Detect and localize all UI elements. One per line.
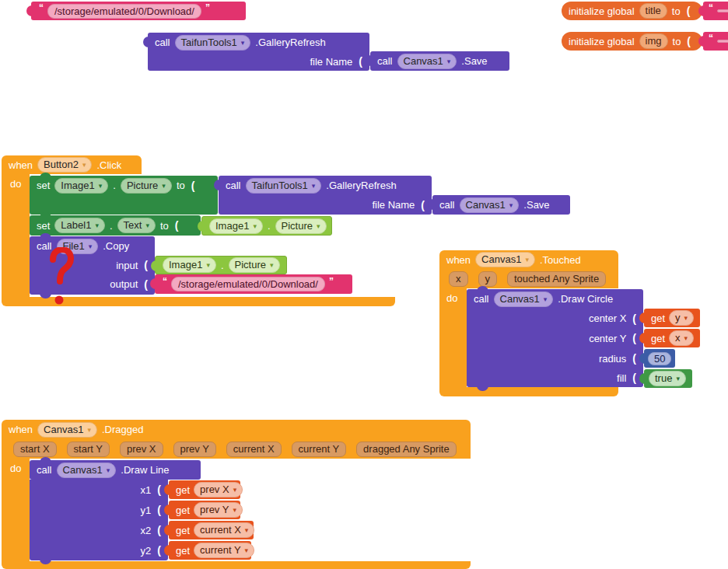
open-quote: “ [709,33,713,44]
socket: ( [157,483,161,496]
arg-label-centery: center Y [589,333,626,344]
variable-dropdown-current-x[interactable]: current X [194,522,254,538]
event-bottom-bar[interactable] [2,561,471,569]
arg-label-fill: fill [617,372,626,384]
call-taifuntools1-galleryrefresh-block[interactable]: call TaifunTools1 .GalleryRefresh file N… [148,33,369,71]
arg-label-filename: file Name [310,56,352,68]
arg-label-input: input [116,260,138,271]
to-keyword: to [160,220,169,232]
initialize-global-img-block[interactable]: initialize global img to ( [562,32,702,51]
event-header-canvas1-touched[interactable]: when Canvas1 .Touched [439,250,618,269]
event-name: .Click [96,159,121,171]
param-touched-any-sprite[interactable]: touched Any Sprite [507,271,606,287]
component-dropdown-image1[interactable]: Image1 [163,257,216,273]
get-current-x-block[interactable]: get current X [169,521,254,539]
blocks-editor-canvas: “ /storage/emulated/0/Download/ ” call T… [0,0,728,569]
text-value-field[interactable]: /storage/emulated/0/Download/ [47,4,201,19]
initialize-global-title-block[interactable]: initialize global title to ( [562,2,702,20]
variable-dropdown-x[interactable]: x [669,330,694,346]
global-name-title[interactable]: title [639,3,667,19]
text-block-download-path[interactable]: “ /storage/emulated/0/Download/ ” [31,2,246,20]
property-dropdown-text[interactable]: Text [117,218,156,233]
param-current-x[interactable]: current X [226,442,282,457]
event-do-column[interactable]: do [2,459,30,561]
param-x[interactable]: x [449,271,468,287]
component-dropdown-canvas1[interactable]: Canvas1 [460,197,520,213]
call-canvas1-save-block[interactable]: call Canvas1 .Save [370,51,509,71]
text-value-field[interactable]: /storage/emulated/0/Download/ [171,277,325,291]
param-current-y[interactable]: current Y [292,442,347,457]
do-keyword: do [2,459,30,474]
component-dropdown-canvas1[interactable]: Canvas1 [57,463,117,478]
param-prev-y[interactable]: prev Y [173,442,216,457]
param-start-x[interactable]: start X [13,442,57,457]
image1-picture-getter-block[interactable]: Image1 . Picture [155,256,287,274]
get-keyword: get [176,484,190,496]
get-prev-y-block[interactable]: get prev Y [169,501,240,519]
text-block-empty-title[interactable]: “ [703,2,728,20]
close-quote: ” [329,276,334,287]
component-dropdown-image1[interactable]: Image1 [209,218,263,234]
component-dropdown-canvas1[interactable]: Canvas1 [475,252,535,267]
call-canvas1-drawcircle-block[interactable]: call Canvas1 .Draw Circle center X( cent… [467,289,643,387]
variable-dropdown-current-y[interactable]: current Y [194,543,254,558]
event-do-column[interactable]: do [2,174,30,297]
component-dropdown-image1[interactable]: Image1 [54,178,108,194]
call-taifuntools1-galleryrefresh-block[interactable]: call TaifunTools1 .GalleryRefresh file N… [219,176,432,215]
set-label1-text-block[interactable]: set Label1 . Text to ( [30,215,201,236]
property-dropdown-picture[interactable]: Picture [275,218,327,234]
socket: ( [175,219,179,232]
variable-dropdown-prev-y[interactable]: prev Y [194,502,243,518]
component-dropdown-label1[interactable]: Label1 [54,218,105,233]
call-keyword: call [155,37,170,48]
param-y[interactable]: y [478,271,498,287]
logic-dropdown-true[interactable]: true [649,371,686,386]
event-header-button2-click[interactable]: when Button2 .Click [2,155,142,174]
image1-picture-getter-block[interactable]: Image1 . Picture [201,216,332,236]
error-question-mark-icon[interactable] [48,247,75,306]
call-canvas1-drawline-header[interactable]: call Canvas1 .Draw Line [30,460,201,480]
param-start-y[interactable]: start Y [67,442,110,457]
variable-dropdown-prev-x[interactable]: prev X [194,482,243,497]
property-dropdown-picture[interactable]: Picture [229,257,280,273]
open-quote: “ [709,2,713,13]
component-dropdown-canvas1[interactable]: Canvas1 [494,291,554,307]
number-value-field[interactable]: 50 [648,352,671,365]
get-x-block[interactable]: get x [644,329,700,347]
call-canvas1-save-block[interactable]: call Canvas1 .Save [432,195,570,215]
variable-dropdown-y[interactable]: y [669,310,694,326]
logic-true-block[interactable]: true [644,369,692,388]
component-dropdown-taifuntools1[interactable]: TaifunTools1 [246,178,322,194]
socket: ( [632,332,636,344]
event-do-column[interactable]: do [439,288,467,389]
component-dropdown-canvas1[interactable]: Canvas1 [397,54,457,69]
text-block-download-path[interactable]: “ /storage/emulated/0/Download/ ” [155,274,352,294]
get-y-block[interactable]: get y [644,309,700,327]
call-canvas1-drawline-body[interactable]: x1( y1( x2( y2( [30,480,168,560]
get-keyword: get [176,504,190,516]
method-name: .Save [461,55,487,67]
init-keyword: initialize global [569,5,635,17]
component-dropdown-button2[interactable]: Button2 [37,157,92,173]
event-bottom-bar[interactable] [439,387,618,396]
event-header-canvas1-dragged[interactable]: when Canvas1 .Dragged [2,420,471,439]
socket: ( [144,278,148,291]
text-block-empty-img[interactable]: “ [703,32,728,51]
get-current-y-block[interactable]: get current Y [169,541,251,560]
param-prev-x[interactable]: prev X [120,442,163,457]
text-value-field[interactable] [717,40,728,43]
get-keyword: get [651,312,665,324]
number-block-50[interactable]: 50 [644,349,675,368]
global-name-img[interactable]: img [639,33,668,49]
property-dropdown-picture[interactable]: Picture [121,178,172,194]
param-dragged-any-sprite[interactable]: dragged Any Sprite [356,442,457,457]
component-dropdown-canvas1[interactable]: Canvas1 [37,422,97,438]
set-image1-picture-block[interactable]: set Image1 . Picture to ( [30,176,218,215]
component-dropdown-taifuntools1[interactable]: TaifunTools1 [175,35,251,51]
close-quote: ” [205,2,210,13]
init-keyword: initialize global [569,36,635,47]
get-keyword: get [176,525,190,536]
get-prev-x-block[interactable]: get prev X [169,480,240,499]
text-value-field[interactable] [717,9,728,12]
socket: ( [632,312,636,325]
